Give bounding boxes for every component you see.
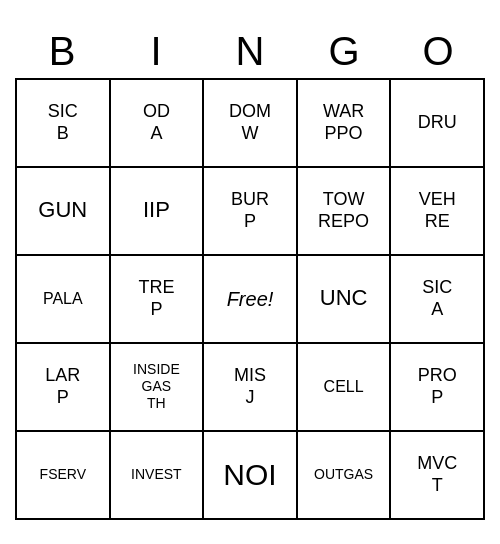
cell-r2-c1[interactable]: TREP [111,256,205,344]
header-g: G [297,25,391,78]
cell-r2-c3[interactable]: UNC [298,256,392,344]
cell-r3-c2[interactable]: MISJ [204,344,298,432]
bingo-header: B I N G O [15,25,485,78]
cell-r1-c2[interactable]: BURP [204,168,298,256]
cell-r4-c1[interactable]: INVEST [111,432,205,520]
cell-r2-c4[interactable]: SICA [391,256,485,344]
header-i: I [109,25,203,78]
cell-r2-c2[interactable]: Free! [204,256,298,344]
cell-r0-c0[interactable]: SICB [17,80,111,168]
cell-r2-c0[interactable]: PALA [17,256,111,344]
cell-r0-c3[interactable]: WARPPO [298,80,392,168]
cell-r0-c2[interactable]: DOMW [204,80,298,168]
cell-r0-c1[interactable]: ODA [111,80,205,168]
cell-r4-c0[interactable]: FSERV [17,432,111,520]
cell-r4-c3[interactable]: OUTGAS [298,432,392,520]
cell-r3-c3[interactable]: CELL [298,344,392,432]
cell-r4-c4[interactable]: MVCT [391,432,485,520]
cell-r3-c1[interactable]: INSIDEGASTH [111,344,205,432]
cell-r1-c1[interactable]: IIP [111,168,205,256]
bingo-grid: SICBODADOMWWARPPODRUGUNIIPBURPTOWREPOVEH… [15,78,485,520]
cell-r3-c4[interactable]: PROP [391,344,485,432]
header-o: O [391,25,485,78]
header-n: N [203,25,297,78]
cell-r3-c0[interactable]: LARP [17,344,111,432]
header-b: B [15,25,109,78]
cell-r1-c0[interactable]: GUN [17,168,111,256]
bingo-card: B I N G O SICBODADOMWWARPPODRUGUNIIPBURP… [15,25,485,520]
cell-r4-c2[interactable]: NOI [204,432,298,520]
cell-r0-c4[interactable]: DRU [391,80,485,168]
cell-r1-c3[interactable]: TOWREPO [298,168,392,256]
cell-r1-c4[interactable]: VEHRE [391,168,485,256]
